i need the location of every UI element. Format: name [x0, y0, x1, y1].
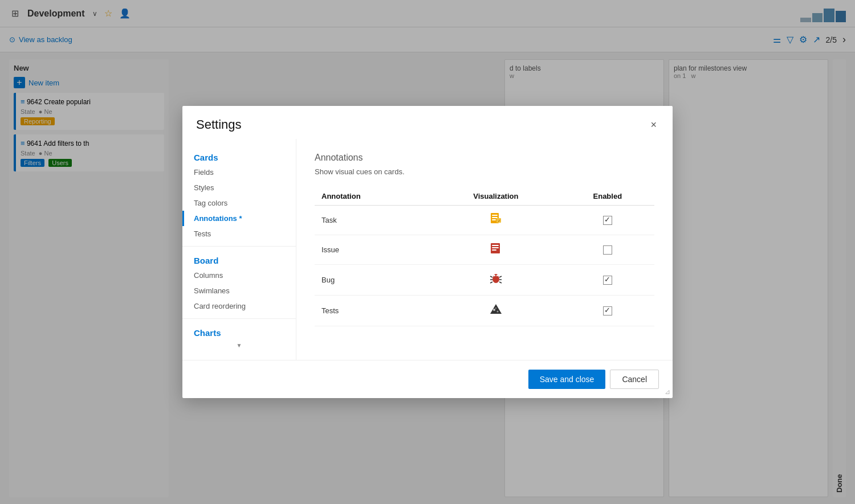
nav-divider-2 — [182, 318, 296, 319]
svg-point-19 — [496, 275, 498, 276]
visualization-bug — [431, 265, 561, 296]
col-header-annotation: Annotation — [315, 187, 431, 206]
nav-item-annotations[interactable]: Annotations * — [182, 211, 296, 226]
svg-rect-7 — [492, 245, 499, 246]
svg-point-22 — [496, 311, 498, 313]
nav-item-card-reordering[interactable]: Card reordering — [182, 298, 296, 314]
table-row-issue: Issue — [315, 235, 654, 265]
visualization-task: ✓ — [431, 206, 561, 235]
modal-overlay[interactable]: Settings × Cards Fields Styles Tag color… — [0, 0, 855, 504]
settings-modal: Settings × Cards Fields Styles Tag color… — [182, 106, 673, 398]
svg-rect-9 — [492, 249, 496, 251]
visualization-issue — [431, 235, 561, 265]
scroll-indicator: ▼ — [182, 340, 296, 351]
svg-text:✓: ✓ — [497, 219, 500, 223]
svg-point-21 — [493, 309, 495, 311]
visualization-tests — [431, 296, 561, 326]
nav-board-section: Board — [182, 251, 296, 268]
svg-rect-1 — [492, 215, 498, 216]
svg-rect-8 — [492, 247, 499, 248]
svg-line-16 — [490, 282, 492, 283]
annotations-content: Annotations Show visual cues on cards. A… — [296, 139, 673, 360]
svg-line-17 — [499, 282, 502, 283]
content-title: Annotations — [315, 153, 654, 163]
nav-item-swimlanes[interactable]: Swimlanes — [182, 283, 296, 298]
modal-footer: Save and close Cancel — [182, 360, 673, 398]
nav-item-tag-colors[interactable]: Tag colors — [182, 195, 296, 211]
enabled-bug[interactable] — [561, 265, 654, 296]
annotation-name-task: Task — [315, 206, 431, 235]
svg-marker-20 — [490, 304, 502, 314]
nav-item-tests[interactable]: Tests — [182, 226, 296, 241]
nav-item-styles[interactable]: Styles — [182, 180, 296, 195]
nav-cards-section: Cards — [182, 148, 296, 165]
svg-point-18 — [494, 275, 495, 276]
issue-viz-icon — [490, 242, 502, 257]
task-viz-icon: ✓ — [490, 212, 502, 228]
checkbox-bug[interactable] — [603, 276, 612, 285]
checkbox-tests[interactable] — [603, 306, 612, 315]
close-button[interactable]: × — [648, 117, 659, 132]
annotations-table: Annotation Visualization Enabled Task — [315, 187, 654, 326]
modal-header: Settings × — [182, 106, 673, 139]
nav-item-columns[interactable]: Columns — [182, 268, 296, 283]
nav-charts-section: Charts — [182, 323, 296, 340]
svg-rect-2 — [492, 217, 498, 218]
bug-viz-icon — [489, 272, 503, 288]
tests-viz-icon — [489, 302, 503, 319]
svg-line-12 — [490, 276, 492, 277]
annotation-name-tests: Tests — [315, 296, 431, 326]
svg-rect-3 — [492, 219, 496, 220]
modal-body: Cards Fields Styles Tag colors Annotatio… — [182, 139, 673, 360]
annotation-name-issue: Issue — [315, 235, 431, 265]
nav-item-fields[interactable]: Fields — [182, 165, 296, 180]
enabled-task[interactable] — [561, 206, 654, 235]
svg-point-23 — [495, 308, 496, 309]
table-row-tests: Tests — [315, 296, 654, 326]
table-row-task: Task ✓ — [315, 206, 654, 235]
checkbox-issue[interactable] — [603, 245, 612, 255]
nav-divider — [182, 246, 296, 247]
checkbox-task[interactable] — [603, 216, 612, 225]
svg-line-13 — [499, 276, 502, 277]
annotation-name-bug: Bug — [315, 265, 431, 296]
enabled-tests[interactable] — [561, 296, 654, 326]
table-row-bug: Bug — [315, 265, 654, 296]
modal-title: Settings — [196, 117, 242, 132]
enabled-issue[interactable] — [561, 235, 654, 265]
save-close-button[interactable]: Save and close — [528, 370, 606, 389]
settings-nav: Cards Fields Styles Tag colors Annotatio… — [182, 139, 296, 360]
resize-handle[interactable]: ⊿ — [665, 388, 670, 396]
content-description: Show visual cues on cards. — [315, 167, 654, 176]
col-header-enabled: Enabled — [561, 187, 654, 206]
cancel-button[interactable]: Cancel — [610, 370, 659, 389]
col-header-visualization: Visualization — [431, 187, 561, 206]
